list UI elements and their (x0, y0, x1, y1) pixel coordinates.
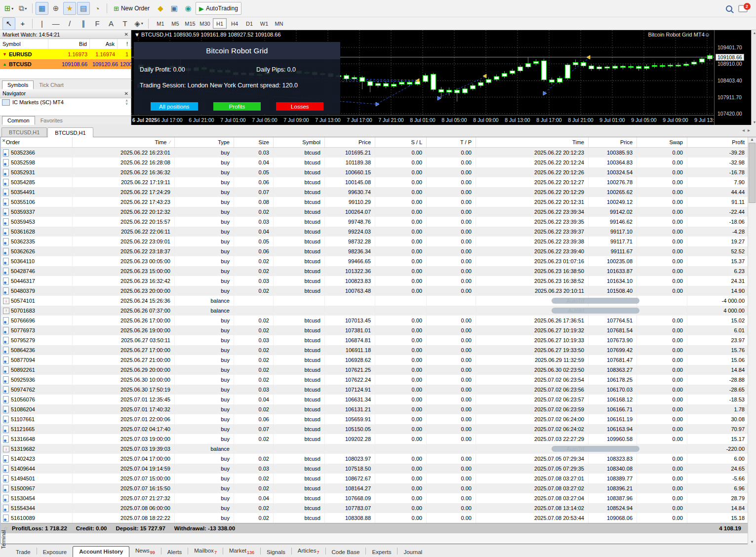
table-row[interactable]: 50574101↓2025.06.24 15:26:36balanceAutoT… (1, 296, 756, 306)
table-row[interactable]: 514945012025.07.07 15:00:00buy0.02btcusd… (1, 474, 756, 483)
market-watch-toggle-icon[interactable]: ▦ (36, 2, 48, 15)
terminal-scrollbar[interactable]: ▲ ▼ (748, 137, 756, 544)
market-watch-row-btcusd[interactable]: ▲BTCUSD109108.66109120.661200 (0, 59, 131, 69)
timeframe-m5[interactable]: M5 (168, 18, 182, 29)
terminal-close-icon[interactable]: ✕ (2, 138, 6, 143)
terminal-tab-alerts[interactable]: Alerts (161, 547, 188, 557)
signals-icon[interactable]: ◉ (182, 2, 195, 15)
chart-scrollbar[interactable]: ▲▼ (751, 30, 756, 125)
table-row[interactable]: 50701683↑2025.06.26 07:37:00balanceAutot… (1, 306, 756, 316)
table-row[interactable]: 503529312025.06.22 16:36:32buy0.05btcusd… (1, 167, 756, 177)
column-header-profit[interactable]: Profit (687, 137, 749, 147)
table-row[interactable]: 503544912025.06.22 17:24:29buy0.07btcusd… (1, 187, 756, 197)
column-header-swap[interactable]: Swap (637, 137, 687, 147)
vertical-line-icon[interactable]: | (36, 17, 48, 30)
table-row[interactable]: 503594532025.06.22 20:15:57buy0.03btcusd… (1, 217, 756, 227)
market-watch-close-icon[interactable]: ✕ (124, 32, 128, 37)
new-chart-icon[interactable]: ⊞▾ (2, 2, 15, 15)
table-row[interactable]: 504803792025.06.23 20:00:00buy0.02btcusd… (1, 286, 756, 296)
terminal-tab-articles[interactable]: Articles7 (292, 546, 325, 557)
column-header-price[interactable]: Price (589, 137, 637, 147)
timeframe-m1[interactable]: M1 (154, 18, 167, 29)
metaeditor-icon[interactable]: ◆ (154, 2, 167, 15)
table-row[interactable]: 511076612025.07.01 22:00:06buy0.06btcusd… (1, 414, 756, 424)
timeframe-h4[interactable]: H4 (228, 18, 241, 29)
table-row[interactable]: 503641102025.06.23 00:05:00buy0.02btcusd… (1, 256, 756, 266)
table-row[interactable]: 515009672025.07.07 16:15:50buy0.02btcusd… (1, 483, 756, 493)
crosshair-icon[interactable]: + (16, 17, 29, 30)
table-row[interactable]: 513166482025.07.03 19:00:00buy0.02btcusd… (1, 434, 756, 444)
terminal-tab-mailbox[interactable]: Mailbox7 (188, 546, 223, 557)
navigator-close-icon[interactable]: ✕ (124, 91, 128, 96)
trendline-icon[interactable]: / (63, 17, 76, 30)
tab-favorites[interactable]: Favorites (35, 116, 68, 125)
terminal-tab-account-history[interactable]: Account History (73, 546, 129, 557)
profiles-icon[interactable]: ⧉▾ (16, 2, 29, 15)
table-row[interactable]: 515304542025.07.07 21:27:32buy0.04btcusd… (1, 493, 756, 503)
timeframe-d1[interactable]: D1 (242, 18, 256, 29)
table-row[interactable]: 510862042025.07.01 17:40:32buy0.02btcusd… (1, 404, 756, 414)
chart-tab-scroll-icons[interactable]: ◂▸ (742, 127, 753, 133)
notifications-icon[interactable]: 2 (736, 2, 749, 15)
table-row[interactable]: 507769732025.06.26 19:00:00buy0.02btcusd… (1, 325, 756, 335)
terminal-tab-exposure[interactable]: Exposure (37, 547, 73, 557)
terminal-tab-signals[interactable]: Signals (261, 547, 291, 557)
terminal-tab-experts[interactable]: Experts (366, 547, 397, 557)
autotrading-button[interactable]: ▶AutoTrading (196, 2, 241, 15)
column-header-time[interactable]: Time (476, 137, 589, 147)
table-row[interactable]: 510560762025.07.01 12:35:45buy0.04btcusd… (1, 395, 756, 404)
terminal-tab-trade[interactable]: Trade (10, 547, 37, 557)
table-row[interactable]: 516100892025.07.08 18:22:22buy0.02btcusd… (1, 513, 756, 523)
fibonacci-icon[interactable]: F (91, 17, 104, 30)
column-header-price[interactable]: Price (325, 137, 375, 147)
table-row[interactable]: 504287462025.06.23 15:00:00buy0.02btcusd… (1, 266, 756, 276)
timeframe-mn[interactable]: MN (272, 18, 286, 29)
column-header-t-p[interactable]: T / P (427, 137, 476, 147)
channel-icon[interactable]: ∥ (77, 17, 90, 30)
horizontal-line-icon[interactable]: — (49, 17, 62, 30)
terminal-tab-code-base[interactable]: Code Base (326, 547, 366, 557)
chart-tab-2[interactable]: BTCUSD,H1 (47, 127, 93, 137)
chart-tab-1[interactable]: BTCUSD,H1 (1, 127, 47, 137)
table-row[interactable]: 508642362025.06.27 17:00:00buy0.02btcusd… (1, 345, 756, 355)
navigator-scroll-icons[interactable]: ∧∨ (125, 99, 129, 105)
column-header-order[interactable]: Order (1, 137, 73, 147)
table-row[interactable]: 508770942025.06.27 21:00:00buy0.02btcusd… (1, 355, 756, 365)
table-row[interactable]: 503542852025.06.22 17:19:11buy0.06btcusd… (1, 177, 756, 187)
table-row[interactable]: 51319682↓2025.07.03 19:39:03balanceAutoT… (1, 444, 756, 454)
table-row[interactable]: 514024232025.07.04 17:00:00buy0.02btcusd… (1, 454, 756, 464)
terminal-toggle-icon[interactable]: ▤ (77, 2, 90, 15)
new-order-button[interactable]: ⊞New Order (110, 2, 153, 15)
table-row[interactable]: 507666962025.06.26 17:00:00buy0.02btcusd… (1, 316, 756, 325)
table-row[interactable]: 504463172025.06.23 16:32:42buy0.03btcusd… (1, 276, 756, 286)
navigator-toggle-icon[interactable]: ★ (63, 2, 76, 15)
column-header-type[interactable]: Type (175, 137, 234, 147)
arrows-icon[interactable]: ◈▾ (132, 17, 145, 30)
tab-tick-chart[interactable]: Tick Chart (34, 80, 69, 89)
search-icon[interactable] (722, 2, 735, 15)
text-icon[interactable]: A (105, 17, 118, 30)
terminal-tab-market[interactable]: Market136 (223, 546, 260, 557)
tab-symbols[interactable]: Symbols (2, 80, 34, 89)
table-row[interactable]: 507952792025.06.27 03:50:11buy0.03btcusd… (1, 335, 756, 345)
text-label-icon[interactable]: T (119, 17, 131, 30)
strategy-tester-icon[interactable]: ◔ (91, 2, 104, 15)
column-header-size[interactable]: Size (234, 137, 274, 147)
table-row[interactable]: 503623352025.06.22 23:09:01buy0.05btcusd… (1, 237, 756, 246)
mql-community-icon[interactable]: ▣ (168, 2, 181, 15)
column-header-time[interactable]: Time∕ (73, 137, 175, 147)
table-row[interactable]: 509747622025.06.30 17:50:19buy0.03btcusd… (1, 385, 756, 395)
table-row[interactable]: 508922612025.06.29 20:00:00buy0.02btcusd… (1, 365, 756, 375)
chart-window[interactable]: ▼ BTCUSD,H1 108930.59 109161.89 108927.5… (131, 30, 756, 125)
table-row[interactable]: 503523662025.06.22 16:23:01buy0.03btcusd… (1, 148, 756, 158)
table-row[interactable]: 514096442025.07.04 19:14:59buy0.03btcusd… (1, 464, 756, 474)
scrollbar-thumb[interactable] (749, 143, 756, 203)
data-window-icon[interactable]: ⊕ (49, 2, 62, 15)
terminal-tab-journal[interactable]: Journal (398, 547, 428, 557)
table-row[interactable]: 509259362025.06.30 10:00:00buy0.02btcusd… (1, 375, 756, 385)
navigator-account-item[interactable]: IC Markets (SC) MT4 ∧∨ (0, 98, 131, 107)
column-header-s-l[interactable]: S / L (375, 137, 427, 147)
table-row[interactable]: 503626262025.06.22 23:18:37buy0.06btcusd… (1, 246, 756, 256)
timeframe-m15[interactable]: M15 (183, 18, 197, 29)
overlay-button-profits[interactable]: Profits (213, 102, 261, 111)
